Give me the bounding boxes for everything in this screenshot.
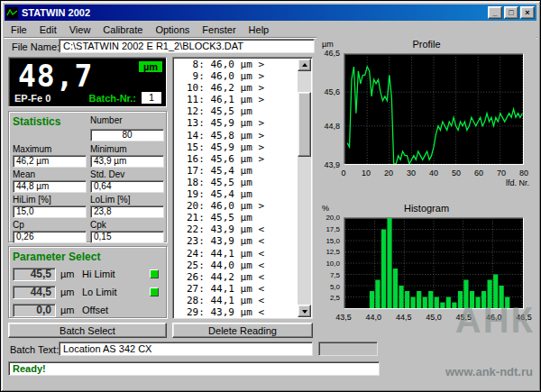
stat-label: Minimum bbox=[90, 144, 164, 154]
reading-row[interactable]: 12: 45,5 µm bbox=[187, 105, 298, 117]
statistics-title: Statistics bbox=[13, 115, 87, 128]
profile-title: Profile bbox=[316, 39, 536, 50]
histogram-y-tick: 12,5 bbox=[326, 248, 340, 256]
reading-row[interactable]: 10: 46,2 µm > bbox=[187, 82, 298, 94]
stat-value: 23,8 bbox=[90, 205, 164, 218]
stat-value: 15,0 bbox=[13, 205, 87, 218]
file-name-input[interactable]: C:\STATWIN 2002 E R1_2\BLOCK3.DAT bbox=[59, 39, 315, 53]
lo-limit-value[interactable]: 44,5 bbox=[13, 286, 56, 299]
histogram-x-tick: 45,5 bbox=[453, 313, 474, 322]
histogram-bars bbox=[344, 218, 523, 308]
menu-item-calibrate[interactable]: Calibrate bbox=[96, 23, 149, 37]
reading-row[interactable]: 27: 44,1 µm < bbox=[187, 283, 298, 295]
menu-item-edit[interactable]: Edit bbox=[33, 23, 63, 37]
histogram-y-tick: 20,0 bbox=[326, 214, 340, 222]
reading-row[interactable]: 28: 44,1 µm < bbox=[187, 295, 298, 306]
lo-limit-led[interactable] bbox=[150, 287, 159, 296]
menu-item-file[interactable]: File bbox=[5, 23, 33, 37]
reading-row[interactable]: 15: 45,9 µm > bbox=[187, 141, 298, 153]
reading-row[interactable]: 23: 43,9 µm < bbox=[187, 235, 298, 247]
stat-value: 0,26 bbox=[13, 231, 87, 243]
stat-value: 46,2 µm bbox=[13, 155, 87, 168]
close-button[interactable]: × bbox=[520, 6, 535, 19]
reading-row[interactable]: 17: 45,4 µm bbox=[187, 165, 298, 177]
stat-label: Std. Dev bbox=[90, 169, 164, 179]
reading-row[interactable]: 13: 45,9 µm > bbox=[187, 117, 298, 129]
probe-mode-label: EP-Fe 0 bbox=[14, 93, 50, 104]
arrow-up-icon bbox=[302, 63, 307, 67]
reading-row[interactable]: 26: 44,2 µm < bbox=[187, 271, 298, 283]
reading-row[interactable]: 21: 45,5 µm bbox=[187, 212, 298, 223]
reading-row[interactable]: 8: 46,0 µm > bbox=[187, 59, 298, 70]
statistics-row: MaximumMinimum46,2 µm43,9 µm bbox=[13, 144, 162, 168]
reading-row[interactable]: 29: 43,9 µm < bbox=[187, 306, 298, 317]
profile-y-tick: 46,5 bbox=[324, 50, 340, 58]
readings-list[interactable]: 8: 46,0 µm > 9: 46,0 µm >10: 46,2 µm >11… bbox=[172, 57, 313, 319]
measurement-display: 48,7 µm EP-Fe 0 Batch-Nr.: 1 bbox=[8, 57, 167, 107]
histogram-title: Histogram bbox=[316, 203, 536, 214]
window-title: STATWIN 2002 bbox=[22, 7, 486, 18]
stat-label: LoLim [%] bbox=[90, 195, 164, 205]
histogram-chart: % Histogram 20,017,515,012,510,07,55,02,… bbox=[316, 201, 536, 336]
maximize-button[interactable]: □ bbox=[504, 6, 518, 19]
batch-select-button[interactable]: Batch Select bbox=[8, 323, 167, 338]
reading-row[interactable]: 20: 46,0 µm > bbox=[187, 200, 298, 212]
profile-x-tick: 60 bbox=[472, 169, 486, 178]
profile-y-tick: 45,6 bbox=[324, 88, 340, 96]
histogram-y-tick: 5,0 bbox=[330, 283, 340, 291]
readings-scrollbar[interactable] bbox=[298, 59, 311, 317]
histogram-x-tick: 44,5 bbox=[393, 313, 415, 322]
hi-limit-label: Hi Limit bbox=[82, 269, 115, 279]
stat-label: Cpk bbox=[90, 220, 164, 230]
hi-limit-led[interactable] bbox=[150, 269, 159, 278]
reading-row[interactable]: 11: 46,1 µm > bbox=[187, 94, 298, 105]
number-value: 80 bbox=[90, 129, 164, 141]
profile-chart: µm Profile 46,545,644,843,9 010203040506… bbox=[316, 37, 536, 194]
reading-row[interactable]: 16: 45,6 µm > bbox=[187, 153, 298, 165]
menu-item-options[interactable]: Options bbox=[149, 23, 196, 37]
histogram-y-tick: 17,5 bbox=[326, 225, 340, 233]
parameter-select-panel: Parameter Select 45,5µmHi Limit44,5µmLo … bbox=[8, 246, 167, 318]
stat-label: HiLim [%] bbox=[13, 195, 87, 205]
hi-limit-value[interactable]: 45,5 bbox=[13, 268, 56, 281]
menu-item-help[interactable]: Help bbox=[243, 23, 276, 37]
histogram-x-tick: 44,0 bbox=[362, 313, 384, 322]
parameter-select-title: Parameter Select bbox=[13, 251, 162, 263]
menu-item-view[interactable]: View bbox=[63, 23, 97, 37]
parameter-row-hi-limit: 45,5µmHi Limit bbox=[13, 265, 162, 283]
reading-row[interactable]: 22: 43,9 µm < bbox=[187, 223, 298, 235]
stat-label: Maximum bbox=[13, 144, 87, 154]
hi-limit-unit: µm bbox=[60, 269, 78, 279]
menu-item-fenster[interactable]: Fenster bbox=[196, 23, 242, 37]
reading-row[interactable]: 18: 45,5 µm bbox=[187, 177, 298, 188]
profile-x-tick: 10 bbox=[359, 169, 373, 178]
profile-x-axis: 01020304050607080 bbox=[344, 169, 524, 178]
reading-row[interactable]: 9: 46,0 µm > bbox=[187, 70, 298, 82]
offset-value[interactable]: 0,0 bbox=[13, 304, 56, 317]
reading-row[interactable]: 25: 44,0 µm < bbox=[187, 260, 298, 271]
minimize-button[interactable]: _ bbox=[488, 6, 502, 19]
reading-row[interactable]: 14: 45,8 µm > bbox=[187, 130, 298, 141]
offset-unit: µm bbox=[60, 305, 78, 315]
statistics-row: CpCpk0,260,15 bbox=[13, 220, 162, 243]
profile-x-tick: 20 bbox=[381, 169, 396, 178]
statistics-row: MeanStd. Dev44,8 µm0,64 bbox=[13, 169, 162, 193]
profile-plot-area bbox=[344, 53, 524, 165]
scrollbar-up-button[interactable] bbox=[298, 59, 311, 71]
title-bar[interactable]: STATWIN 2002 _ □ × bbox=[5, 5, 536, 21]
menu-bar: FileEditViewCalibrateOptionsFensterHelp bbox=[4, 22, 537, 38]
profile-trace bbox=[344, 54, 523, 164]
histogram-x-axis: 43,544,044,545,045,546,046,5 bbox=[344, 313, 524, 322]
batch-text-input[interactable]: Location AS 342 CX bbox=[59, 342, 313, 356]
scrollbar-down-button[interactable] bbox=[298, 305, 311, 317]
reading-row[interactable]: 19: 45,4 µm bbox=[187, 188, 298, 200]
scrollbar-thumb[interactable] bbox=[298, 92, 311, 157]
histogram-y-tick: 10,0 bbox=[326, 260, 340, 268]
offset-label: Offset bbox=[82, 305, 108, 315]
stat-value: 44,8 µm bbox=[13, 180, 87, 193]
histogram-y-tick: 2,5 bbox=[330, 294, 340, 302]
reading-row[interactable]: 24: 44,1 µm < bbox=[187, 248, 298, 260]
delete-reading-button[interactable]: Delete Reading bbox=[172, 323, 313, 338]
statistics-row: HiLim [%]LoLim [%]15,023,8 bbox=[13, 195, 162, 218]
histogram-x-tick: 45,0 bbox=[423, 313, 445, 322]
